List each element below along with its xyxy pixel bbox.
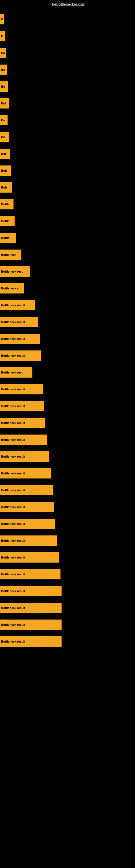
bar-row: Bo (0, 45, 135, 61)
bar-label: Bottle (0, 216, 14, 226)
bar-row: Bottleneck result (0, 600, 135, 616)
site-title: TheBottlenecker.com (0, 0, 135, 9)
bar-label: Bottleneck result (0, 384, 43, 394)
bar-row: Bottle (0, 213, 135, 229)
bar-row: Bottleneck result (0, 617, 135, 632)
bar-label: Bottleneck (0, 250, 21, 260)
bar-label: Bottle (0, 233, 16, 243)
bar-label: Bo (0, 132, 9, 142)
bar-label: Bottleneck result (0, 502, 54, 512)
bar-label: Bottleneck result (0, 569, 60, 579)
bar-row: Bottleneck result (0, 331, 135, 347)
bar-label: Bott (0, 182, 12, 193)
bar-row: Bottleneck result (0, 499, 135, 515)
bar-row: Bot (0, 95, 135, 111)
bar-label: Bottleneck result (0, 401, 44, 411)
bar-label: Bottleneck result (0, 317, 38, 327)
bar-row: Bottleneck result (0, 566, 135, 582)
bar-label: Bottleneck result (0, 637, 61, 647)
bar-label: Bo (0, 48, 6, 58)
bar-row: Bottleneck result (0, 415, 135, 431)
bar-row: Bot (0, 146, 135, 162)
bar-row: Bo (0, 129, 135, 145)
bar-row: Bottleneck result (0, 381, 135, 397)
bar-label: Bottleneck result (0, 519, 55, 529)
bar-row: Bottleneck result (0, 448, 135, 464)
bar-label: Bottleneck result (0, 300, 35, 310)
bar-label: Bottleneck result (0, 350, 41, 361)
bar-row: Bottleneck result (0, 297, 135, 313)
bar-label: Bottleneck result (0, 485, 53, 495)
bar-row: Bottleneck result (0, 348, 135, 364)
bar-row: Bott (0, 163, 135, 179)
bar-label: Bott (0, 165, 11, 176)
bar-label: Bottleneck result (0, 620, 61, 630)
bar-row: Bottleneck result (0, 550, 135, 565)
bar-label: Bottleneck result (0, 435, 47, 445)
bar-label: Bottleneck result (0, 552, 59, 563)
bar-label: Bottleneck result (0, 418, 45, 428)
bar-row: Bottleneck result (0, 633, 135, 649)
bar-row: Bo (0, 79, 135, 94)
bar-row: Bottleneck resu (0, 365, 135, 380)
bar-label: Bottleneck result (0, 586, 61, 596)
bar-row: Bottle (0, 230, 135, 246)
site-title-text: TheBottlenecker.com (50, 2, 85, 6)
bar-row: Bottleneck r (0, 280, 135, 296)
bar-row: Bottleneck result (0, 482, 135, 498)
bar-row: Bottleneck result (0, 465, 135, 481)
bar-row: B (0, 28, 135, 44)
bar-label: Bottle (0, 199, 13, 209)
bar-row: Bottleneck result (0, 432, 135, 447)
bar-row: Bottleneck result (0, 398, 135, 414)
bar-label: Bot (0, 98, 9, 108)
bar-row: Bottleneck resu (0, 264, 135, 279)
bars-container: BBBoBoBoBotBoBoBotBottBottBottleBottleBo… (0, 9, 135, 653)
bar-label: Bo (0, 65, 7, 75)
bar-label: B (0, 14, 4, 24)
bar-label: Bottleneck result (0, 535, 57, 546)
bar-label: Bottleneck result (0, 334, 40, 344)
bar-row: Bo (0, 62, 135, 78)
bar-row: Bo (0, 112, 135, 128)
bar-label: Bottleneck resu (0, 267, 30, 277)
bar-row: Bott (0, 180, 135, 195)
bar-label: Bottleneck result (0, 468, 51, 478)
bar-label: Bottleneck resu (0, 367, 32, 378)
bar-label: B (0, 31, 5, 41)
bar-label: Bottleneck r (0, 283, 24, 293)
bar-row: Bottleneck (0, 247, 135, 262)
bar-row: B (0, 11, 135, 27)
bar-label: Bottleneck result (0, 452, 49, 462)
bar-row: Bottleneck result (0, 533, 135, 549)
bar-label: Bo (0, 115, 8, 125)
bar-label: Bo (0, 82, 8, 92)
bar-row: Bottleneck result (0, 516, 135, 532)
bar-row: Bottle (0, 196, 135, 212)
bar-row: Bottleneck result (0, 314, 135, 330)
bar-label: Bottleneck result (0, 603, 61, 613)
bar-label: Bot (0, 149, 10, 159)
bar-row: Bottleneck result (0, 583, 135, 599)
